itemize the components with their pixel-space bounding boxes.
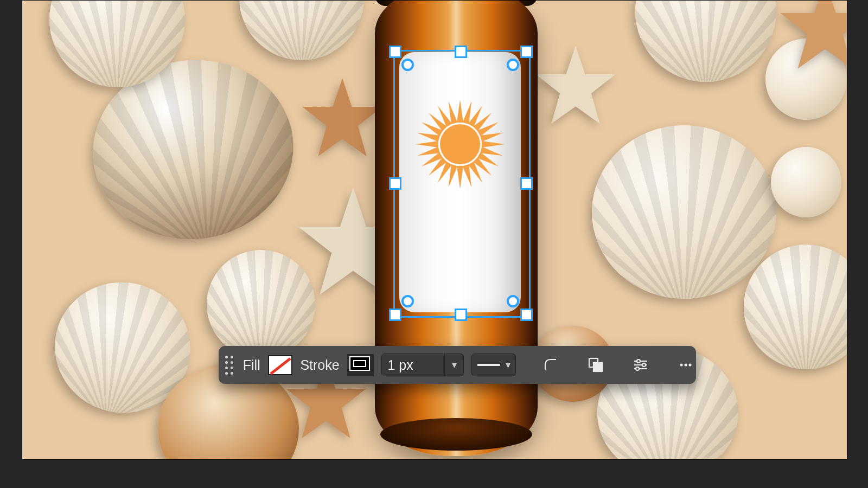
stroke-label: Stroke xyxy=(300,357,339,373)
starfish xyxy=(532,44,619,131)
svg-point-38 xyxy=(636,367,639,370)
seashell xyxy=(635,0,776,82)
svg-point-40 xyxy=(684,363,687,366)
transform-handle-ml[interactable] xyxy=(389,177,401,190)
transform-handle-bm[interactable] xyxy=(455,309,467,321)
svg-marker-23 xyxy=(416,141,438,147)
seashell xyxy=(771,147,841,217)
stroke-swatch[interactable] xyxy=(347,354,374,376)
properties-sliders-icon[interactable] xyxy=(630,354,651,376)
stroke-width-dropdown[interactable]: ▾ xyxy=(444,354,463,376)
svg-marker-5 xyxy=(457,100,463,123)
corner-radius-handle-tr[interactable] xyxy=(507,59,519,71)
svg-marker-17 xyxy=(457,166,463,189)
corner-radius-handle-tl[interactable] xyxy=(401,59,414,71)
transform-handle-br[interactable] xyxy=(520,309,533,321)
transform-handle-tl[interactable] xyxy=(389,46,401,58)
seashell xyxy=(744,245,847,369)
transform-handle-bl[interactable] xyxy=(389,309,401,321)
svg-point-41 xyxy=(688,363,691,366)
toolbar-drag-handle[interactable] xyxy=(223,356,235,375)
stroke-style-dropdown[interactable]: ▾ xyxy=(471,354,516,376)
bottle-base xyxy=(380,418,532,451)
canvas[interactable]: Fill Stroke ▾ ▾ xyxy=(22,0,847,460)
corner-radius-handle-bl[interactable] xyxy=(401,295,414,307)
svg-point-36 xyxy=(642,363,646,367)
corner-radius-icon[interactable] xyxy=(540,354,561,376)
starfish xyxy=(299,76,386,163)
path-operations-icon[interactable] xyxy=(585,354,606,376)
seashell xyxy=(592,125,776,299)
fill-swatch[interactable] xyxy=(268,355,293,375)
starfish xyxy=(776,0,847,76)
transform-handle-mr[interactable] xyxy=(520,177,533,190)
svg-marker-0 xyxy=(302,78,382,156)
sun-core xyxy=(440,124,480,164)
corner-radius-handle-br[interactable] xyxy=(507,295,519,307)
stroke-width-field[interactable]: ▾ xyxy=(381,354,464,376)
transform-handle-tr[interactable] xyxy=(520,46,533,58)
fill-label: Fill xyxy=(243,357,260,373)
svg-point-34 xyxy=(637,359,640,363)
sun-graphic[interactable] xyxy=(414,98,506,190)
shape-properties-toolbar: Fill Stroke ▾ ▾ xyxy=(219,346,696,384)
more-options-icon[interactable] xyxy=(675,354,696,376)
svg-point-39 xyxy=(680,363,682,366)
svg-marker-3 xyxy=(535,46,615,124)
stroke-width-input[interactable] xyxy=(382,355,444,375)
seashell xyxy=(239,0,364,60)
transform-handle-tm[interactable] xyxy=(455,46,467,58)
svg-marker-11 xyxy=(482,141,505,147)
svg-marker-4 xyxy=(780,0,847,69)
